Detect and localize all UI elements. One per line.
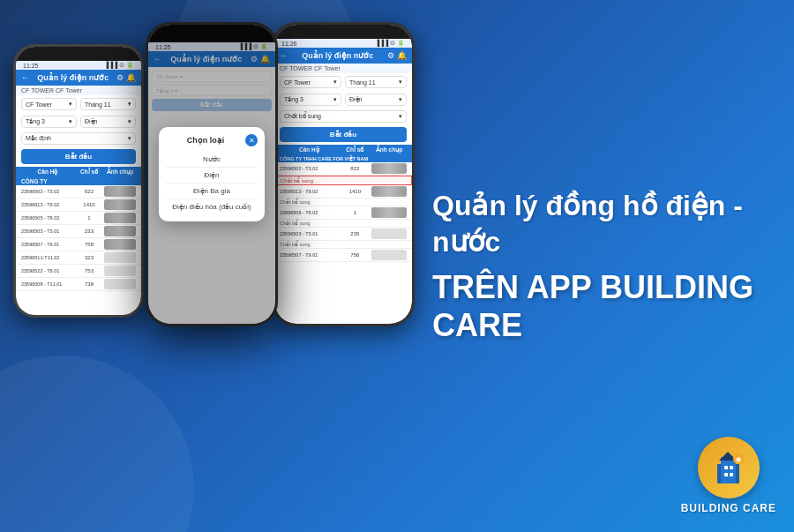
table-row: 23596613 - T9.02 1410: [16, 199, 141, 212]
right-filter-chot[interactable]: Chốt bổ sung▾: [280, 110, 407, 123]
left-filter-type[interactable]: Điện▾: [80, 116, 136, 128]
table-row: 23596503 - T3.01 233: [16, 225, 141, 238]
right-header-title: Quản lý điện nước: [288, 51, 387, 60]
building-care-svg: ★: [708, 448, 748, 488]
phone-left: 11:25 ▐▐▐ ⊙ 🔋 ← Quản lý điện nước ⚙ 🔔 CF…: [13, 44, 144, 318]
table-row: 23596507 - T9.01 758: [16, 238, 141, 251]
left-table-body: 23596502 - T3.02 622 23596613 - T9.02 14…: [16, 185, 141, 315]
svg-rect-1: [721, 457, 736, 483]
left-phone-signal: ▐▐▐ ⊙ 🔋: [104, 62, 134, 69]
left-breadcrumb: CF TOWER CF Tower: [16, 86, 141, 95]
right-back-icon[interactable]: ←: [280, 51, 288, 60]
right-gear-icon[interactable]: ⚙ 🔔: [387, 51, 407, 60]
svg-rect-4: [730, 466, 733, 469]
right-company-row: CÔNG TY TNHH CARE FOR VIỆT NAM: [274, 155, 412, 162]
svg-rect-6: [730, 473, 733, 476]
modal-title: Chọn loại: [166, 136, 245, 145]
right-filter-type[interactable]: Điện▾: [345, 94, 407, 106]
modal-header: Chọn loại ✕: [166, 134, 258, 146]
right-table-body: 23596502 - T3.02 822 Chốt bổ sung 235965…: [274, 162, 412, 324]
table-row: 23596502 - T3.02 822: [274, 162, 412, 176]
modal-item-electric-3phase[interactable]: Điện Ba gia: [166, 184, 258, 199]
table-row: 23596513 - T9.02 1410: [274, 185, 412, 199]
right-phone-time: 11:26: [281, 41, 297, 47]
phone-right: 11:26 ▐▐▐ ⊙ 🔋 ← Quản lý điện nước ⚙ 🔔 CF…: [272, 22, 415, 326]
left-filter-default[interactable]: Mặc định▾: [21, 132, 136, 145]
main-title: Quản lý đồng hồ điện - nước: [432, 188, 768, 261]
svg-rect-3: [724, 466, 728, 469]
logo-area: ★ BUILDING CARE: [681, 437, 776, 514]
main-subtitle: TRÊN APP BUILDING CARE: [432, 268, 768, 344]
right-filter-month[interactable]: Tháng 11▾: [345, 76, 407, 88]
left-back-icon[interactable]: ←: [21, 73, 29, 82]
table-row: 23596508 - T11.01 738: [16, 278, 141, 291]
modal-close-button[interactable]: ✕: [245, 134, 258, 146]
right-phone-signal: ▐▐▐ ⊙ 🔋: [375, 40, 405, 47]
left-table-header: Căn Hộ Chỉ số Ảnh chụp: [16, 167, 141, 177]
left-start-button[interactable]: Bắt đầu: [21, 149, 136, 164]
modal-item-water[interactable]: Nước: [166, 152, 258, 168]
left-company-row: CÔNG TY: [16, 177, 141, 185]
phones-area: 11:25 ▐▐▐ ⊙ 🔋 ← Quản lý điện nước ⚙ 🔔 CF…: [0, 0, 423, 532]
svg-rect-5: [724, 473, 728, 476]
logo-icon: ★: [698, 437, 760, 498]
chot-row: Chốt bổ sung: [274, 220, 412, 228]
left-filter-month[interactable]: Tháng 11▾: [80, 98, 136, 110]
left-header-title: Quản lý điện nước: [29, 73, 116, 82]
content-wrapper: 11:25 ▐▐▐ ⊙ 🔋 ← Quản lý điện nước ⚙ 🔔 CF…: [0, 0, 794, 532]
right-filter-tower[interactable]: CF Tower▾: [280, 76, 341, 88]
modal-item-electric[interactable]: Điện: [166, 168, 258, 184]
table-row: 23596507 - T9.01 756: [274, 249, 412, 262]
right-start-button[interactable]: Bắt đầu: [280, 127, 407, 142]
logo-text: BUILDING CARE: [681, 502, 776, 514]
table-row: 23596522 - T8.01 753: [16, 265, 141, 278]
modal-box: Chọn loại ✕ Nước Điện Điện Ba gia Điện đ…: [159, 127, 265, 221]
chot-row-highlighted: Chốt bổ sung: [274, 176, 412, 185]
table-row: 23596511-T11.02 323: [16, 251, 141, 265]
left-filter-tower[interactable]: CF Tower▾: [21, 98, 77, 110]
chot-row: Chốt bổ sung: [274, 199, 412, 206]
svg-text:★: ★: [735, 455, 743, 464]
modal-overlay: Chọn loại ✕ Nước Điện Điện Ba gia Điện đ…: [148, 25, 275, 324]
table-row: 23896506 - T8.02 1: [274, 206, 412, 220]
right-filter-floor[interactable]: Tầng 3▾: [280, 94, 341, 106]
left-gear-icon[interactable]: ⚙ 🔔: [116, 73, 136, 82]
table-row: 23596505 - T8.02 1: [16, 212, 141, 225]
chot-row: Chốt bổ sung: [274, 241, 412, 249]
left-filter-floor[interactable]: Tầng 3▾: [21, 116, 77, 128]
left-phone-time: 11:25: [23, 63, 39, 69]
text-area: Quản lý đồng hồ điện - nước TRÊN APP BUI…: [423, 0, 794, 532]
table-row: 23596502 - T3.02 622: [16, 185, 141, 199]
modal-item-electric-ac[interactable]: Điện điều hòa (đầu cuối): [166, 199, 258, 214]
right-table-header: Căn Hộ Chỉ số Ảnh chụp: [274, 145, 412, 155]
right-breadcrumb: CF TOWER CF Tower: [274, 64, 412, 73]
table-row: 23596503 - T3.01 235: [274, 228, 412, 241]
phone-center: 11:25 ▐▐▐ ⊙ 🔋 ← Quản lý điện nước ⚙ 🔔 CF…: [146, 22, 278, 326]
